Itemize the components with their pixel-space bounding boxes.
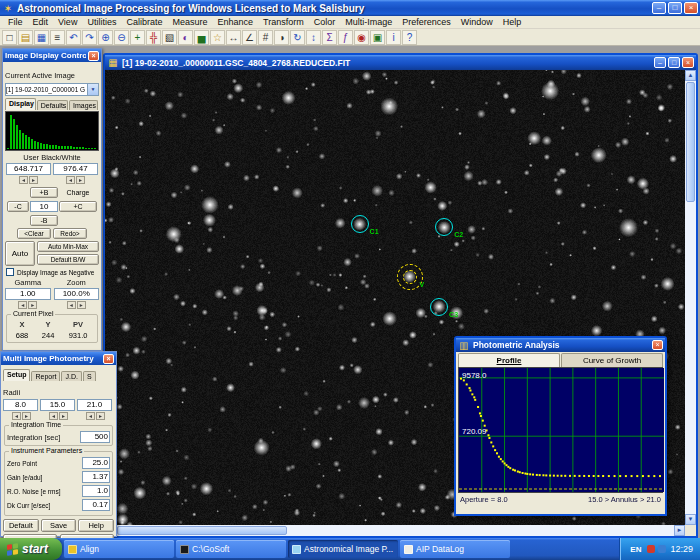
radius-field[interactable]: 15.0 <box>40 399 75 411</box>
menu-measure[interactable]: Measure <box>167 17 212 27</box>
charge-value-field[interactable]: 10 <box>30 201 58 212</box>
spinner-right-icon[interactable]: ► <box>28 301 37 309</box>
taskbar-task-align[interactable]: Align <box>64 540 174 558</box>
param-field-r-o-noise-e-rms[interactable]: 1.0 <box>82 485 110 497</box>
spinner-left-icon[interactable]: ◄ <box>67 301 76 309</box>
spinner-right-icon[interactable]: ► <box>22 412 31 420</box>
increase-contrast-button[interactable]: +C <box>59 201 97 212</box>
default-bw-button[interactable]: Default B/W <box>37 254 99 265</box>
taskbar-task-aip-datalog[interactable]: AIP DataLog <box>400 540 510 558</box>
zoom-in-icon[interactable]: ⊕ <box>98 30 113 45</box>
tab-setup[interactable]: Setup <box>3 369 30 381</box>
gamma-field[interactable]: 1.00 <box>5 288 51 300</box>
color-wheel-icon[interactable]: ◉ <box>354 30 369 45</box>
tab-display[interactable]: Display <box>5 98 36 110</box>
image-minimize-button[interactable]: – <box>654 57 666 68</box>
redo-icon[interactable]: ↷ <box>82 30 97 45</box>
menu-edit[interactable]: Edit <box>28 17 54 27</box>
vertical-scroll-thumb[interactable] <box>686 82 695 202</box>
minimize-button[interactable]: – <box>652 2 666 14</box>
horizontal-scrollbar[interactable]: ◄ ► <box>105 525 685 536</box>
info-icon[interactable]: i <box>386 30 401 45</box>
gamma-stepper[interactable]: ◄► <box>18 301 37 309</box>
antivirus-tray-icon[interactable] <box>647 545 655 553</box>
language-indicator[interactable]: EN <box>628 545 643 554</box>
negative-checkbox[interactable] <box>6 268 14 276</box>
spinner-right-icon[interactable]: ► <box>59 412 68 420</box>
white-level-stepper[interactable]: ◄► <box>66 176 85 184</box>
spinner-right-icon[interactable]: ► <box>29 176 38 184</box>
undo-icon[interactable]: ↶ <box>66 30 81 45</box>
photometry-close-icon[interactable]: × <box>103 354 114 364</box>
flip-icon[interactable]: ↕ <box>306 30 321 45</box>
sum-icon[interactable]: Σ <box>322 30 337 45</box>
annulus-outer-stepper[interactable]: ◄► <box>86 412 105 420</box>
comparison-star-marker[interactable] <box>351 215 369 233</box>
menu-calibrate[interactable]: Calibrate <box>121 17 167 27</box>
tab-report[interactable]: Report <box>31 371 60 381</box>
volume-tray-icon[interactable] <box>658 545 666 553</box>
new-image-icon[interactable]: □ <box>2 30 17 45</box>
close-button[interactable]: × <box>684 2 698 14</box>
scroll-right-button[interactable]: ► <box>674 525 685 536</box>
menu-multi-image[interactable]: Multi-Image <box>340 17 397 27</box>
comparison-star-marker[interactable] <box>430 298 448 316</box>
angle-icon[interactable]: ∠ <box>242 30 257 45</box>
tab-j-d[interactable]: J.D. <box>61 371 81 381</box>
param-field-dk-curr-e-sec[interactable]: 0.17 <box>82 499 110 511</box>
menu-window[interactable]: Window <box>456 17 498 27</box>
pan-icon[interactable]: + <box>130 30 145 45</box>
clear-button[interactable]: <Clear <box>17 228 51 239</box>
black-level-stepper[interactable]: ◄► <box>19 176 38 184</box>
scroll-up-button[interactable]: ▲ <box>685 70 696 81</box>
help-icon[interactable]: ? <box>402 30 417 45</box>
zoom-field[interactable]: 100.0% <box>54 288 100 300</box>
menu-transform[interactable]: Transform <box>258 17 309 27</box>
spinner-left-icon[interactable]: ◄ <box>19 176 28 184</box>
auto-button[interactable]: Auto <box>5 241 35 266</box>
menu-enhance[interactable]: Enhance <box>212 17 258 27</box>
active-image-value[interactable]: [1] 19-02-2010_C000001 G <box>5 83 88 96</box>
active-image-dropdown[interactable]: [1] 19-02-2010_C000001 G ▼ <box>5 83 99 96</box>
spinner-right-icon[interactable]: ► <box>77 301 86 309</box>
rotate-icon[interactable]: ↻ <box>290 30 305 45</box>
ruler-icon[interactable]: ↔ <box>226 30 241 45</box>
dropdown-arrow-icon[interactable]: ▼ <box>88 83 99 96</box>
display-control-titlebar[interactable]: Image Display Control × <box>3 49 101 62</box>
decrease-brightness-button[interactable]: -B <box>30 215 58 226</box>
radius-field[interactable]: 21.0 <box>77 399 112 411</box>
display-control-close-icon[interactable]: × <box>88 51 99 61</box>
blink-icon[interactable]: ◐ <box>178 30 193 45</box>
spinner-left-icon[interactable]: ◄ <box>18 301 27 309</box>
layers-icon[interactable]: ▣ <box>370 30 385 45</box>
scroll-down-button[interactable]: ▼ <box>685 514 696 525</box>
pa-tab-curve-of-growth[interactable]: Curve of Growth <box>561 353 663 367</box>
taskbar-clock[interactable]: 12:29 <box>670 544 693 554</box>
photometric-analysis-titlebar[interactable]: ▥ Photometric Analysis × <box>456 338 665 352</box>
spinner-left-icon[interactable]: ◄ <box>12 412 21 420</box>
redo-button[interactable]: Redo> <box>53 228 87 239</box>
spinner-left-icon[interactable]: ◄ <box>86 412 95 420</box>
restore-button[interactable]: □ <box>668 2 682 14</box>
save-button[interactable]: Save <box>41 519 77 532</box>
spinner-left-icon[interactable]: ◄ <box>66 176 75 184</box>
image-restore-button[interactable]: □ <box>668 57 680 68</box>
invert-icon[interactable]: ◑ <box>274 30 289 45</box>
white-level-field[interactable]: 976.47 <box>53 163 98 175</box>
auto-min-max-button[interactable]: Auto Min-Max <box>37 241 99 252</box>
zoom-out-icon[interactable]: ⊖ <box>114 30 129 45</box>
menu-utilities[interactable]: Utilities <box>82 17 121 27</box>
print-icon[interactable]: ≡ <box>50 30 65 45</box>
radius-field[interactable]: 8.0 <box>3 399 38 411</box>
taskbar-task-c-gosoft[interactable]: C:\GoSoft <box>176 540 286 558</box>
horizontal-scroll-track[interactable] <box>288 525 674 536</box>
taskbar-task-astronomical-image-p[interactable]: Astronomical Image P... <box>288 540 398 558</box>
menu-view[interactable]: View <box>53 17 82 27</box>
zoom-stepper[interactable]: ◄► <box>67 301 86 309</box>
pa-tab-profile[interactable]: Profile <box>458 353 560 367</box>
default-button[interactable]: Default <box>3 519 39 532</box>
tab-s[interactable]: S <box>83 371 96 381</box>
integration-field[interactable]: 500 <box>80 431 110 443</box>
tab-images[interactable]: Images <box>69 100 98 110</box>
black-level-field[interactable]: 648.717 <box>6 163 51 175</box>
